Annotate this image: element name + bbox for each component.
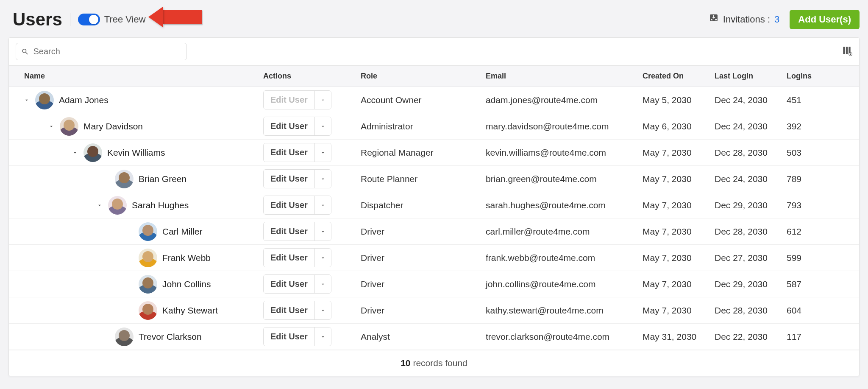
lastlogin-cell: Dec 28, 2030 (715, 227, 787, 237)
table-row[interactable]: Trevor Clarkson Edit User Analyst trevor… (9, 324, 859, 350)
avatar (139, 275, 157, 294)
created-cell: May 7, 2030 (643, 227, 715, 237)
logins-cell: 503 (787, 148, 863, 158)
avatar (139, 301, 157, 320)
table-row[interactable]: Mary Davidson Edit User Administrator ma… (9, 113, 859, 140)
user-name: Kevin Williams (107, 148, 165, 158)
email-cell: mary.davidson@route4me.com (486, 121, 643, 132)
col-lastlogin[interactable]: Last Login (715, 66, 787, 87)
lastlogin-cell: Dec 28, 2030 (715, 305, 787, 316)
edit-user-button[interactable]: Edit User (264, 196, 314, 214)
chevron-down-icon (320, 229, 326, 235)
chevron-down-icon (320, 202, 326, 208)
edit-user-dropdown[interactable] (314, 249, 331, 267)
user-name: Kathy Stewart (162, 305, 218, 316)
chevron-down-icon (320, 123, 326, 129)
edit-user-button[interactable]: Edit User (264, 327, 314, 346)
edit-user-button[interactable]: Edit User (264, 117, 314, 135)
edit-user-dropdown[interactable] (314, 91, 331, 109)
inbox-icon (709, 13, 719, 26)
col-actions[interactable]: Actions (263, 66, 361, 87)
col-email[interactable]: Email (486, 66, 643, 87)
col-logins[interactable]: Logins (787, 66, 863, 87)
edit-user-button[interactable]: Edit User (264, 143, 314, 162)
records-label: records found (413, 358, 467, 368)
logins-cell: 451 (787, 95, 863, 105)
table-row[interactable]: Carl Miller Edit User Driver carl.miller… (9, 218, 859, 245)
created-cell: May 31, 2030 (643, 332, 715, 342)
expand-toggle[interactable] (48, 123, 55, 130)
table-row[interactable]: John Collins Edit User Driver john.colli… (9, 271, 859, 297)
edit-user-dropdown[interactable] (314, 222, 331, 241)
search-icon (21, 48, 29, 56)
avatar (139, 249, 157, 267)
page-title: Users (13, 9, 62, 30)
user-name: Trevor Clarkson (139, 332, 202, 342)
lastlogin-cell: Dec 22, 2030 (715, 332, 787, 342)
created-cell: May 7, 2030 (643, 279, 715, 289)
edit-user-dropdown[interactable] (314, 143, 331, 162)
lastlogin-cell: Dec 24, 2030 (715, 121, 787, 132)
edit-user-dropdown[interactable] (314, 117, 331, 135)
edit-user-dropdown[interactable] (314, 196, 331, 214)
role-cell: Account Owner (361, 95, 486, 105)
role-cell: Dispatcher (361, 200, 486, 210)
chevron-down-icon (24, 97, 30, 103)
lastlogin-cell: Dec 29, 2030 (715, 279, 787, 289)
edit-user-dropdown[interactable] (314, 170, 331, 188)
avatar (139, 222, 157, 241)
invitations-label: Invitations : (723, 14, 770, 25)
chevron-down-icon (320, 176, 326, 182)
table-row[interactable]: Kathy Stewart Edit User Driver kathy.ste… (9, 297, 859, 324)
email-cell: adam.jones@route4me.com (486, 95, 643, 105)
created-cell: May 7, 2030 (643, 200, 715, 210)
avatar (115, 170, 134, 188)
logins-cell: 117 (787, 332, 863, 342)
edit-user-dropdown[interactable] (314, 275, 331, 293)
edit-user-button[interactable]: Edit User (264, 249, 314, 267)
lastlogin-cell: Dec 24, 2030 (715, 95, 787, 105)
role-cell: Driver (361, 305, 486, 316)
email-cell: trevor.clarkson@route4me.com (486, 332, 643, 342)
role-cell: Driver (361, 227, 486, 237)
expand-toggle[interactable] (23, 97, 30, 104)
edit-user-button[interactable]: Edit User (264, 275, 314, 293)
columns-settings-icon[interactable] (841, 45, 852, 58)
search-input[interactable] (33, 47, 182, 56)
created-cell: May 7, 2030 (643, 148, 715, 158)
chevron-down-icon (320, 308, 326, 313)
edit-user-button[interactable]: Edit User (264, 301, 314, 319)
tree-view-toggle[interactable] (78, 14, 100, 25)
email-cell: sarah.hughes@route4me.com (486, 200, 643, 210)
table-row[interactable]: Frank Webb Edit User Driver frank.webb@r… (9, 245, 859, 271)
table-row[interactable]: Sarah Hughes Edit User Dispatcher sarah.… (9, 192, 859, 218)
edit-user-dropdown[interactable] (314, 327, 331, 346)
toggle-knob (89, 15, 98, 24)
col-role[interactable]: Role (361, 66, 486, 87)
table-row[interactable]: Adam Jones Edit User Account Owner adam.… (9, 87, 859, 113)
edit-user-button[interactable]: Edit User (264, 222, 314, 241)
search-box[interactable] (16, 43, 187, 60)
logins-cell: 612 (787, 227, 863, 237)
edit-user-dropdown[interactable] (314, 301, 331, 319)
expand-toggle[interactable] (96, 202, 103, 209)
table-row[interactable]: Brian Green Edit User Route Planner bria… (9, 166, 859, 192)
avatar (108, 196, 127, 215)
lastlogin-cell: Dec 29, 2030 (715, 200, 787, 210)
created-cell: May 7, 2030 (643, 253, 715, 263)
email-cell: carl.miller@route4me.com (486, 227, 643, 237)
col-name[interactable]: Name (9, 66, 263, 87)
col-created[interactable]: Created On (643, 66, 715, 87)
table-row[interactable]: Kevin Williams Edit User Regional Manage… (9, 140, 859, 166)
edit-user-button[interactable]: Edit User (264, 170, 314, 188)
avatar (115, 327, 134, 346)
chevron-down-icon (72, 150, 78, 156)
invitations-link[interactable]: Invitations : 3 (709, 13, 780, 26)
created-cell: May 5, 2030 (643, 95, 715, 105)
add-user-button[interactable]: Add User(s) (790, 10, 860, 29)
expand-toggle[interactable] (72, 149, 78, 156)
chevron-down-icon (320, 255, 326, 261)
email-cell: john.collins@route4me.com (486, 279, 643, 289)
edit-user-button: Edit User (264, 91, 314, 109)
role-cell: Regional Manager (361, 148, 486, 158)
